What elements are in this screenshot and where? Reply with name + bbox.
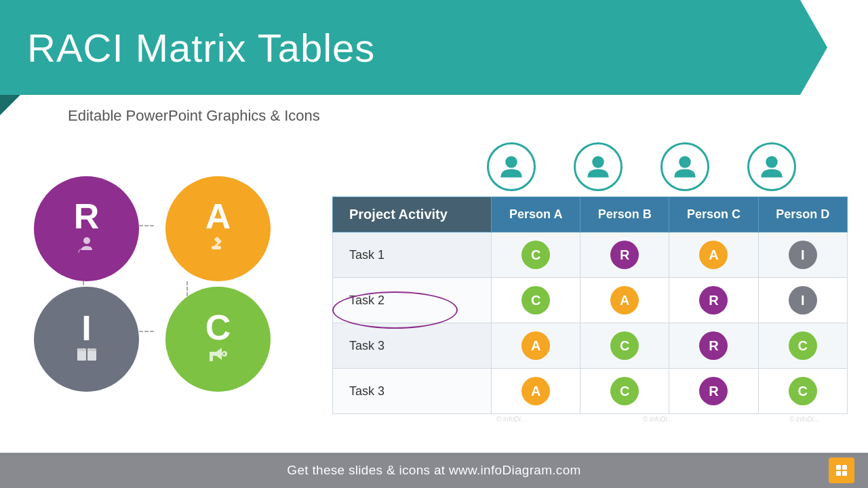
task-3-person-2-badge: C bbox=[580, 323, 669, 369]
svg-rect-14 bbox=[842, 465, 847, 470]
svg-rect-7 bbox=[210, 356, 213, 361]
person-d-icon-wrap bbox=[728, 142, 815, 191]
raci-table: Project Activity Person A Person B Perso… bbox=[332, 197, 848, 414]
person-c-icon bbox=[660, 142, 709, 191]
task-2-person-3-badge: R bbox=[669, 278, 758, 323]
raci-badge: I bbox=[789, 241, 817, 269]
col-header-person-d: Person D bbox=[758, 197, 847, 232]
raci-i-circle: I bbox=[34, 287, 139, 392]
col-header-person-c: Person C bbox=[669, 197, 758, 232]
raci-badge: A bbox=[521, 377, 550, 405]
task-4-person-3-badge: R bbox=[669, 369, 758, 414]
raci-a-icon bbox=[208, 234, 229, 260]
person-d-icon bbox=[747, 142, 796, 191]
watermark-2: © infoDi... bbox=[614, 415, 701, 423]
connector-vertical-right bbox=[186, 281, 188, 296]
task-1-person-3-badge: A bbox=[669, 232, 758, 278]
task-1-name: Task 1 bbox=[333, 232, 492, 278]
person-b-icon bbox=[574, 142, 623, 191]
raci-a-circle: A bbox=[165, 176, 271, 281]
header-banner: RACI Matrix Tables bbox=[0, 0, 868, 95]
raci-badge: C bbox=[789, 377, 817, 405]
copyright-text: © infoDiagram.com bbox=[68, 345, 126, 352]
svg-rect-13 bbox=[836, 465, 841, 470]
person-icons-row bbox=[468, 142, 848, 191]
svg-point-10 bbox=[592, 156, 604, 168]
col-header-activity: Project Activity bbox=[333, 197, 492, 232]
col-header-person-a: Person A bbox=[492, 197, 580, 232]
person-d-svg bbox=[757, 152, 786, 181]
table-body: Task 1CRAITask 2CARITask 3ACRCTask 3ACRC bbox=[333, 232, 848, 414]
raci-badge: A bbox=[521, 331, 550, 360]
svg-rect-15 bbox=[836, 471, 841, 476]
svg-point-9 bbox=[505, 156, 517, 168]
svg-point-12 bbox=[766, 156, 778, 168]
table-row: Task 3ACRC bbox=[333, 323, 848, 369]
raci-badge: C bbox=[610, 331, 639, 360]
person-a-icon-wrap bbox=[468, 142, 555, 191]
raci-badge: C bbox=[610, 377, 639, 405]
task-3-person-1-badge: A bbox=[492, 323, 580, 369]
task-1-person-1-badge: C bbox=[492, 232, 580, 278]
task-3-person-3-badge: R bbox=[669, 323, 758, 369]
footer: Get these slides & icons at www.infoDiag… bbox=[0, 453, 868, 488]
task-3-name: Task 3 bbox=[333, 323, 492, 369]
svg-rect-16 bbox=[842, 471, 847, 476]
task-1-person-4-badge: I bbox=[758, 232, 847, 278]
page-title: RACI Matrix Tables bbox=[27, 25, 375, 70]
raci-c-letter: C bbox=[205, 310, 231, 345]
table-row: Task 2CARI bbox=[333, 278, 848, 323]
person-c-svg bbox=[671, 152, 699, 181]
col-header-person-b: Person B bbox=[580, 197, 669, 232]
footer-icon bbox=[829, 458, 854, 483]
table-header-row: Project Activity Person A Person B Perso… bbox=[333, 197, 848, 232]
raci-r-letter: R bbox=[74, 199, 100, 234]
person-a-svg bbox=[497, 152, 526, 181]
task-4-person-1-badge: A bbox=[492, 369, 580, 414]
raci-badge: C bbox=[521, 286, 550, 314]
raci-badge: R bbox=[699, 331, 728, 360]
watermarks-row: © infoDi... © infoDi... © infoDi... bbox=[332, 414, 848, 423]
raci-badge: R bbox=[699, 377, 728, 405]
raci-c-circle: C bbox=[165, 287, 271, 392]
raci-badge: R bbox=[610, 241, 639, 269]
watermark-3: © infoDi... bbox=[761, 415, 848, 423]
footer-text: Get these slides & icons at www.infoDiag… bbox=[287, 463, 580, 478]
raci-r-icon bbox=[76, 234, 98, 260]
person-a-icon bbox=[487, 142, 536, 191]
raci-r-circle: R bbox=[34, 176, 139, 281]
task-2-person-2-badge: A bbox=[580, 278, 669, 323]
task-4-person-4-badge: C bbox=[758, 369, 847, 414]
raci-badge: C bbox=[521, 241, 550, 269]
watermark-1: © infoDi... bbox=[468, 415, 555, 423]
raci-badge: C bbox=[789, 331, 817, 360]
task-2-name: Task 2 bbox=[333, 278, 492, 323]
table-section: Project Activity Person A Person B Perso… bbox=[332, 142, 848, 423]
person-c-icon-wrap bbox=[642, 142, 728, 191]
table-row: Task 3ACRC bbox=[333, 369, 848, 414]
raci-badge: A bbox=[610, 286, 639, 314]
raci-i-letter: I bbox=[81, 310, 91, 346]
table-row: Task 1CRAI bbox=[333, 232, 848, 278]
task-1-person-2-badge: R bbox=[580, 232, 669, 278]
raci-c-icon bbox=[207, 345, 230, 369]
raci-legend-section: R A bbox=[34, 176, 319, 393]
raci-badge: I bbox=[789, 286, 817, 314]
task-4-name: Task 3 bbox=[333, 369, 492, 414]
svg-point-0 bbox=[83, 237, 90, 244]
accent-corner bbox=[0, 95, 20, 115]
raci-a-letter: A bbox=[205, 199, 231, 234]
raci-badge: R bbox=[699, 286, 728, 314]
subtitle: Editable PowerPoint Graphics & Icons bbox=[68, 107, 320, 125]
task-3-person-4-badge: C bbox=[758, 323, 847, 369]
task-2-person-4-badge: I bbox=[758, 278, 847, 323]
task-2-person-1-badge: C bbox=[492, 278, 580, 323]
footer-logo-icon bbox=[835, 464, 848, 477]
person-b-svg bbox=[584, 152, 612, 181]
connector-horizontal-bottom bbox=[139, 331, 154, 332]
svg-point-11 bbox=[679, 156, 691, 168]
task-4-person-2-badge: C bbox=[580, 369, 669, 414]
connector-horizontal bbox=[139, 225, 154, 226]
raci-badge: A bbox=[699, 241, 728, 269]
person-b-icon-wrap bbox=[555, 142, 642, 191]
